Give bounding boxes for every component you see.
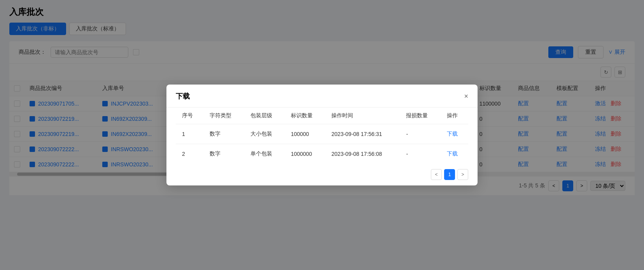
modal-row-op-time: 2023-09-08 17:56:08 [325, 144, 400, 164]
modal-row-damage: - [400, 144, 440, 164]
modal-download-link[interactable]: 下载 [447, 131, 458, 137]
modal-row-action: 下载 [441, 124, 468, 144]
modal-prev-icon: < [435, 172, 438, 177]
modal-next-btn[interactable]: > [457, 169, 468, 180]
modal-table-row: 1 数字 大小包装 100000 2023-09-08 17:56:31 - 下… [176, 124, 468, 144]
modal-body: 序号 字符类型 包装层级 标识数量 操作时间 报损数量 操作 1 数字 大小包装… [166, 108, 478, 164]
modal-row-seq: 1 [176, 124, 203, 144]
modal-footer: < 1 > [166, 164, 478, 185]
modal-title: 下载 [176, 92, 190, 101]
modal-row-package: 大小包装 [244, 124, 285, 144]
modal-row-char-type: 数字 [203, 144, 244, 164]
modal-col-char-type: 字符类型 [203, 108, 244, 124]
modal-row-action: 下载 [441, 144, 468, 164]
modal-page-number: 1 [448, 172, 451, 177]
modal-row-label-count: 100000 [285, 124, 325, 144]
modal-page-1-btn[interactable]: 1 [444, 169, 455, 180]
modal-col-label-count: 标识数量 [285, 108, 325, 124]
modal-col-damage: 报损数量 [400, 108, 440, 124]
modal-table: 序号 字符类型 包装层级 标识数量 操作时间 报损数量 操作 1 数字 大小包装… [176, 108, 468, 164]
modal-header: 下载 × [166, 85, 478, 108]
modal-download-link[interactable]: 下载 [447, 150, 458, 157]
modal-row-seq: 2 [176, 144, 203, 164]
modal-col-seq: 序号 [176, 108, 203, 124]
modal-row-op-time: 2023-09-08 17:56:31 [325, 124, 400, 144]
modal-row-char-type: 数字 [203, 124, 244, 144]
modal-row-damage: - [400, 124, 440, 144]
download-modal: 下载 × 序号 字符类型 包装层级 标识数量 操作时间 报损数量 操作 [166, 85, 478, 185]
modal-table-row: 2 数字 单个包装 1000000 2023-09-08 17:56:08 - … [176, 144, 468, 164]
page-background: 入库批次 入库批次（非标） 入库批次（标准） 商品批次： 查询 重置 ∨ 展开 … [0, 0, 644, 270]
modal-col-action: 操作 [441, 108, 468, 124]
modal-col-op-time: 操作时间 [325, 108, 400, 124]
modal-overlay: 下载 × 序号 字符类型 包装层级 标识数量 操作时间 报损数量 操作 [0, 0, 644, 270]
modal-next-icon: > [461, 172, 464, 177]
modal-prev-btn[interactable]: < [431, 169, 442, 180]
modal-row-package: 单个包装 [244, 144, 285, 164]
modal-col-package: 包装层级 [244, 108, 285, 124]
modal-row-label-count: 1000000 [285, 144, 325, 164]
modal-close-button[interactable]: × [464, 93, 468, 100]
